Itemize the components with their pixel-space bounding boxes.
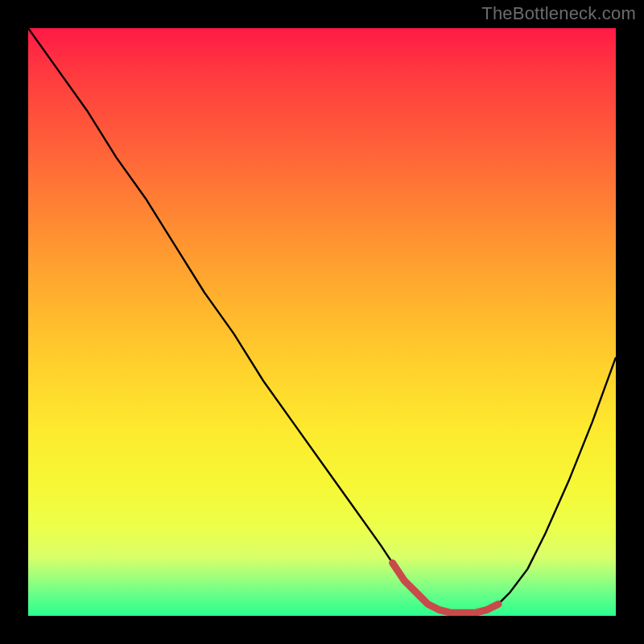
optimal-zone-marker bbox=[393, 563, 498, 613]
watermark-label: TheBottleneck.com bbox=[481, 3, 636, 24]
chart-svg bbox=[28, 28, 616, 616]
bottleneck-curve bbox=[28, 28, 616, 613]
outer-frame: TheBottleneck.com bbox=[0, 0, 644, 644]
